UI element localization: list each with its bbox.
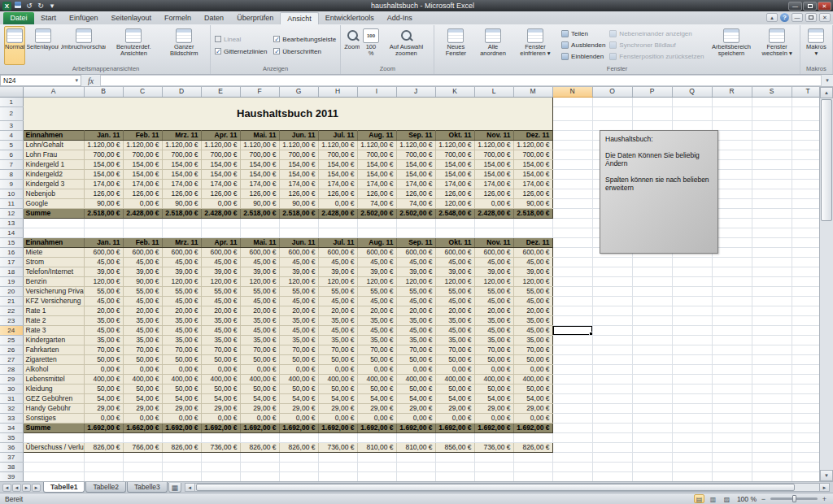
cell[interactable]	[552, 267, 592, 276]
cell[interactable]	[632, 393, 672, 403]
cell[interactable]	[552, 198, 592, 208]
excel-logo-icon[interactable]: X	[2, 2, 11, 11]
cell[interactable]	[201, 228, 240, 237]
cell[interactable]	[123, 462, 162, 471]
cell[interactable]: 70,00 €	[240, 345, 279, 354]
cell[interactable]: 50,00 €	[435, 354, 474, 364]
cell[interactable]	[123, 432, 162, 442]
cell[interactable]	[752, 462, 792, 471]
ribbon-button-nebeneinander-anzeigen[interactable]: Nebeneinander anzeigen	[608, 28, 705, 39]
cell[interactable]: 700,00 €	[240, 150, 279, 159]
month-header[interactable]: Jul. 11	[318, 237, 357, 247]
cell[interactable]: 20,00 €	[513, 306, 552, 315]
cell[interactable]: 1.120,00 €	[357, 140, 396, 150]
sheet-title-cell[interactable]: Haushaltsbuch 2011	[23, 106, 552, 120]
cell[interactable]: 45,00 €	[279, 257, 318, 267]
cell[interactable]: 700,00 €	[357, 150, 396, 159]
cell[interactable]: 154,00 €	[474, 169, 513, 179]
tab-berpr-fen[interactable]: Überprüfen	[230, 12, 280, 24]
cell[interactable]	[123, 452, 162, 462]
cell[interactable]	[672, 384, 712, 393]
cell[interactable]	[396, 452, 435, 462]
cell[interactable]: 154,00 €	[201, 159, 240, 169]
cell[interactable]: 50,00 €	[279, 384, 318, 393]
cell[interactable]	[632, 345, 672, 354]
cell[interactable]	[552, 335, 592, 345]
cell[interactable]: 1.120,00 €	[318, 140, 357, 150]
cell[interactable]: 154,00 €	[279, 169, 318, 179]
cell[interactable]	[592, 462, 632, 471]
cell[interactable]	[712, 315, 752, 325]
row-header-14[interactable]: 14	[0, 228, 23, 237]
row-label[interactable]: Google	[23, 198, 84, 208]
cell[interactable]: 0,00 €	[123, 413, 162, 423]
cell[interactable]	[240, 218, 279, 228]
cell[interactable]: 20,00 €	[201, 306, 240, 315]
row-header-11[interactable]: 11	[0, 198, 23, 208]
cell[interactable]: 35,00 €	[279, 335, 318, 345]
qat-dropdown-icon[interactable]: ▾	[47, 1, 57, 11]
cell[interactable]	[672, 462, 712, 471]
ribbon-button-fenster-einfrieren[interactable]: Fenster einfrieren ▾	[512, 26, 559, 65]
cell[interactable]: 1.692,00 €	[240, 423, 279, 432]
cell[interactable]: 1.692,00 €	[396, 423, 435, 432]
cell[interactable]: 45,00 €	[435, 257, 474, 267]
cell[interactable]: 1.120,00 €	[162, 140, 201, 150]
cell[interactable]: 174,00 €	[279, 179, 318, 189]
row-header-19[interactable]: 19	[0, 276, 23, 286]
cell[interactable]: 120,00 €	[357, 276, 396, 286]
maximize-button[interactable]	[803, 2, 817, 11]
cell[interactable]: 826,00 €	[240, 442, 279, 452]
cell[interactable]: 35,00 €	[435, 315, 474, 325]
cell[interactable]: 120,00 €	[513, 276, 552, 286]
cell[interactable]	[240, 462, 279, 471]
cell[interactable]: 1.120,00 €	[279, 140, 318, 150]
cell[interactable]: 154,00 €	[123, 169, 162, 179]
cell[interactable]: 29,00 €	[396, 403, 435, 413]
cell[interactable]	[23, 471, 84, 481]
row-label[interactable]: Lohn/Gehalt	[23, 140, 84, 150]
cell[interactable]	[752, 364, 792, 374]
cell[interactable]	[752, 471, 792, 481]
cell[interactable]: 400,00 €	[357, 374, 396, 384]
cell[interactable]	[592, 257, 632, 267]
cell[interactable]	[672, 403, 712, 413]
cell[interactable]: 154,00 €	[318, 159, 357, 169]
cell[interactable]	[632, 276, 672, 286]
cell[interactable]: 174,00 €	[201, 179, 240, 189]
cell[interactable]	[592, 403, 632, 413]
cell[interactable]	[552, 296, 592, 306]
cell[interactable]: 154,00 €	[396, 169, 435, 179]
cell[interactable]	[592, 471, 632, 481]
cell[interactable]: 29,00 €	[84, 403, 123, 413]
row-header-33[interactable]: 33	[0, 413, 23, 423]
checkbox-bearbeitungsleiste[interactable]: ✓Bearbeitungsleiste	[273, 34, 336, 45]
cell[interactable]	[672, 432, 712, 442]
cell[interactable]: 45,00 €	[240, 296, 279, 306]
cell[interactable]: 29,00 €	[240, 403, 279, 413]
column-header-h[interactable]: H	[318, 87, 357, 97]
cell[interactable]: 174,00 €	[240, 179, 279, 189]
row-label[interactable]: Summe	[23, 208, 84, 218]
cell[interactable]	[318, 462, 357, 471]
cell[interactable]: 1.120,00 €	[435, 140, 474, 150]
row-header-16[interactable]: 16	[0, 247, 23, 257]
cell[interactable]	[712, 286, 752, 296]
cell[interactable]: 35,00 €	[162, 315, 201, 325]
cell[interactable]	[632, 325, 672, 335]
cell[interactable]	[712, 97, 752, 106]
cell[interactable]: 1.662,00 €	[123, 423, 162, 432]
view-page-layout-icon[interactable]: ▥	[708, 494, 718, 503]
cell[interactable]	[632, 267, 672, 276]
row-header-13[interactable]: 13	[0, 218, 23, 228]
tab-add-ins[interactable]: Add-Ins	[381, 12, 419, 24]
cell[interactable]: 50,00 €	[162, 384, 201, 393]
cell[interactable]: 70,00 €	[396, 345, 435, 354]
cell[interactable]	[712, 106, 752, 120]
cell[interactable]	[357, 432, 396, 442]
cell[interactable]	[632, 364, 672, 374]
ribbon-button-normal[interactable]: Normal	[4, 26, 25, 65]
row-header-37[interactable]: 37	[0, 452, 23, 462]
tab-einf-gen[interactable]: Einfügen	[63, 12, 105, 24]
cell[interactable]: 39,00 €	[435, 267, 474, 276]
